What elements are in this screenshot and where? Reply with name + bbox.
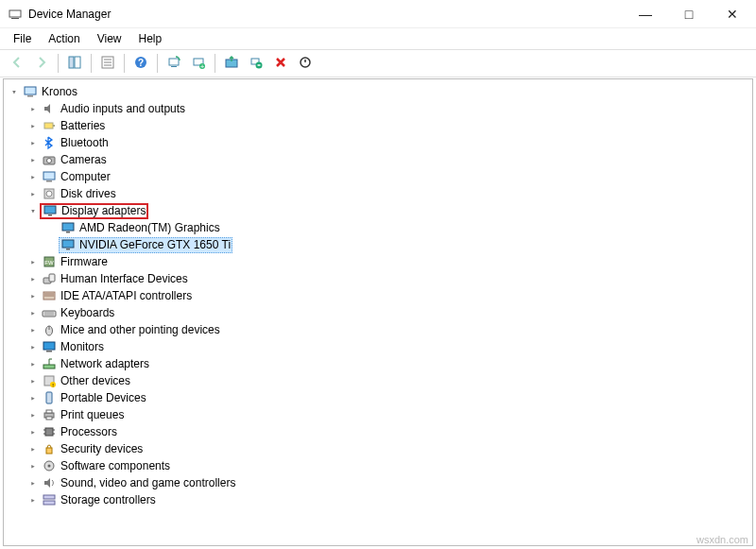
- tree-node-label: Storage controllers: [60, 493, 156, 506]
- menu-action[interactable]: Action: [41, 30, 87, 47]
- svg-rect-65: [43, 495, 55, 499]
- tree-node[interactable]: ▸Mice and other pointing devices: [4, 321, 752, 338]
- portable-icon: [42, 390, 57, 405]
- svg-rect-20: [27, 95, 33, 97]
- battery-icon: [42, 118, 57, 133]
- properties-button[interactable]: [96, 52, 119, 75]
- software-icon: [42, 458, 57, 473]
- expand-icon[interactable]: ▸: [26, 104, 40, 113]
- expand-icon[interactable]: ▸: [26, 461, 40, 471]
- tree-node[interactable]: ▸Disk drives: [4, 185, 752, 202]
- toolbar: ?+: [0, 49, 756, 77]
- svg-rect-33: [62, 240, 74, 248]
- expand-icon[interactable]: ▸: [26, 121, 40, 130]
- device-tree: ▾Kronos▸Audio inputs and outputs▸Batteri…: [4, 79, 752, 512]
- minimize-button[interactable]: —: [624, 0, 667, 28]
- menu-view[interactable]: View: [90, 30, 129, 47]
- expand-icon[interactable]: ▸: [26, 138, 40, 147]
- window-title: Device Manager: [28, 8, 111, 21]
- tree-node[interactable]: ▾Kronos: [4, 83, 752, 100]
- expand-icon[interactable]: ▸: [26, 444, 40, 454]
- show-hide-tree-button[interactable]: [63, 52, 86, 75]
- disable-button[interactable]: [269, 52, 292, 75]
- tree-node[interactable]: ▸IDE ATA/ATAPI controllers: [4, 287, 752, 304]
- add-legacy-button[interactable]: +: [187, 52, 210, 75]
- svg-rect-30: [48, 214, 52, 216]
- expand-icon[interactable]: ▸: [26, 155, 40, 164]
- tree-node-label: Cameras: [60, 153, 107, 166]
- expand-icon[interactable]: ▸: [26, 274, 40, 283]
- tree-node[interactable]: ▸Cameras: [4, 151, 752, 168]
- tree-node[interactable]: ▸Software components: [4, 457, 752, 474]
- tree-node-label: Security devices: [60, 442, 143, 455]
- menu-file[interactable]: File: [6, 30, 39, 47]
- svg-rect-66: [43, 501, 55, 505]
- maximize-button[interactable]: □: [667, 0, 711, 28]
- back-icon: [9, 55, 25, 73]
- tree-node[interactable]: ▸Audio inputs and outputs: [4, 100, 752, 117]
- tree-node-label: Firmware: [60, 255, 108, 268]
- svg-rect-32: [66, 232, 70, 233]
- collapse-icon[interactable]: ▾: [8, 87, 21, 96]
- svg-rect-19: [25, 87, 36, 94]
- sound-icon: [42, 475, 57, 490]
- update-driver-button[interactable]: [220, 52, 243, 75]
- expand-icon[interactable]: ▸: [26, 189, 40, 198]
- expand-icon[interactable]: ▸: [26, 342, 40, 352]
- tree-node[interactable]: ▸Batteries: [4, 117, 752, 134]
- expand-icon[interactable]: ▸: [26, 393, 40, 403]
- expand-icon[interactable]: ▸: [26, 495, 40, 505]
- expand-icon[interactable]: ▸: [26, 359, 40, 369]
- tree-node[interactable]: ▸FWFirmware: [4, 253, 752, 270]
- display-icon: [60, 237, 76, 252]
- camera-icon: [42, 152, 57, 167]
- tree-node[interactable]: ▸Human Interface Devices: [4, 270, 752, 287]
- help-button[interactable]: ?: [129, 52, 152, 75]
- expand-icon[interactable]: ▸: [26, 376, 40, 386]
- tree-node[interactable]: ▸Processors: [4, 423, 752, 440]
- tree-node[interactable]: ▸Keyboards: [4, 304, 752, 321]
- expand-icon[interactable]: ▸: [26, 410, 40, 420]
- keyboard-icon: [42, 305, 57, 320]
- expand-icon[interactable]: ▸: [26, 478, 40, 488]
- tree-node-label: Display adapters: [61, 204, 146, 217]
- expand-icon[interactable]: ▸: [26, 308, 40, 317]
- scan-hardware-button[interactable]: [163, 52, 185, 75]
- collapse-icon[interactable]: ▾: [26, 206, 40, 215]
- tree-node[interactable]: ▸!Other devices: [4, 372, 752, 389]
- tree-node[interactable]: ▸Portable Devices: [4, 389, 752, 406]
- tree-node[interactable]: NVIDIA GeForce GTX 1650 Ti: [4, 236, 752, 253]
- disk-icon: [42, 186, 57, 201]
- enable-button[interactable]: [294, 52, 317, 75]
- tree-node-label: Audio inputs and outputs: [60, 102, 185, 115]
- expand-icon[interactable]: ▸: [26, 325, 40, 335]
- close-button[interactable]: ✕: [711, 0, 754, 28]
- tree-node[interactable]: ▸Storage controllers: [4, 491, 752, 508]
- menu-help[interactable]: Help: [131, 30, 170, 47]
- tree-node[interactable]: ▸Print queues: [4, 406, 752, 423]
- expand-icon[interactable]: ▸: [26, 172, 40, 181]
- tree-node-label: Human Interface Devices: [60, 272, 188, 285]
- tree-node-label: Monitors: [60, 340, 104, 353]
- tree-node[interactable]: ▸Sound, video and game controllers: [4, 474, 752, 491]
- expand-icon[interactable]: ▸: [26, 291, 40, 300]
- tree-node[interactable]: AMD Radeon(TM) Graphics: [4, 219, 752, 236]
- tree-node[interactable]: ▸Security devices: [4, 440, 752, 457]
- tree-node[interactable]: ▸Computer: [4, 168, 752, 185]
- tree-node-label: Print queues: [60, 408, 124, 421]
- device-tree-panel[interactable]: ▾Kronos▸Audio inputs and outputs▸Batteri…: [3, 78, 753, 546]
- tree-node[interactable]: ▾Display adapters: [4, 202, 752, 219]
- tree-node[interactable]: ▸Monitors: [4, 338, 752, 355]
- tree-node-label: Software components: [60, 459, 170, 472]
- computer-icon: [42, 169, 57, 184]
- expand-icon[interactable]: ▸: [26, 427, 40, 437]
- display-icon: [60, 220, 76, 235]
- mouse-icon: [42, 322, 57, 337]
- tree-node-label: Network adapters: [60, 357, 149, 370]
- uninstall-device-icon: [249, 55, 264, 73]
- expand-icon[interactable]: ▸: [26, 257, 40, 266]
- tree-node[interactable]: ▸Bluetooth: [4, 134, 752, 151]
- tree-node[interactable]: ▸Network adapters: [4, 355, 752, 372]
- svg-rect-10: [169, 59, 179, 65]
- uninstall-device-button[interactable]: [245, 52, 267, 75]
